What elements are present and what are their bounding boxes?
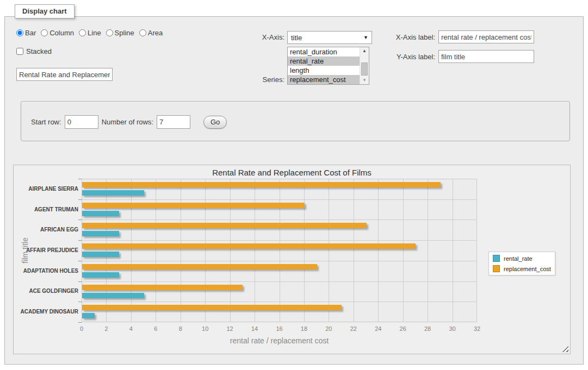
stacked-checkbox[interactable] xyxy=(16,48,23,55)
bar-replacement_cost[interactable] xyxy=(82,305,342,310)
chart-type-option-area[interactable]: Area xyxy=(139,29,163,37)
chart-type-label: Column xyxy=(49,29,74,37)
series-option-rental_duration[interactable]: rental_duration xyxy=(288,47,360,57)
gridline-vertical xyxy=(403,179,404,322)
series-option-replacement_cost[interactable]: replacement_cost xyxy=(288,75,360,84)
bar-replacement_cost[interactable] xyxy=(82,243,416,249)
stacked-option[interactable]: Stacked xyxy=(16,47,52,55)
bar-rental_rate[interactable] xyxy=(82,272,119,278)
chart-type-radio-group: BarColumnLineSplineArea xyxy=(16,29,163,37)
x-tick-label: 10 xyxy=(196,325,214,332)
bar-rental_rate[interactable] xyxy=(82,190,144,196)
y-tick-mark xyxy=(78,199,82,200)
num-rows-label: Number of rows: xyxy=(102,118,153,126)
x-tick-label: 32 xyxy=(468,325,486,332)
bar-replacement_cost[interactable] xyxy=(82,203,305,208)
chart-type-label: Spline xyxy=(115,29,134,37)
legend-item-rental_rate: rental_rate xyxy=(493,255,551,262)
bar-rental_rate[interactable] xyxy=(82,211,119,216)
gridline-horizontal xyxy=(82,199,477,200)
x-axis-select-label: X-Axis: xyxy=(233,33,284,41)
bar-replacement_cost[interactable] xyxy=(82,285,243,290)
chart-type-radio-column[interactable] xyxy=(41,29,48,36)
chart-type-label: Bar xyxy=(25,29,36,37)
x-tick-label: 14 xyxy=(245,325,264,332)
num-rows-input[interactable] xyxy=(157,115,190,129)
x-tick-label: 20 xyxy=(319,325,338,332)
legend-swatch xyxy=(493,265,500,272)
gridline-vertical xyxy=(106,179,107,322)
x-tick-label: 2 xyxy=(97,325,115,332)
bar-rental_rate[interactable] xyxy=(82,293,144,298)
gridline-horizontal xyxy=(82,220,477,220)
y-tick-mark xyxy=(78,322,82,323)
series-option-length[interactable]: length xyxy=(288,66,360,75)
x-tick-label: 30 xyxy=(443,325,462,332)
chart-type-radio-line[interactable] xyxy=(79,29,86,36)
y-axis-title-text: film title xyxy=(21,237,29,263)
gridline-vertical xyxy=(354,179,354,322)
series-option-rental_rate[interactable]: rental_rate xyxy=(288,57,360,66)
bar-replacement_cost[interactable] xyxy=(82,182,441,187)
chart-type-radio-area[interactable] xyxy=(139,29,146,36)
start-row-input[interactable] xyxy=(65,115,98,129)
x-axis-selected-value: title xyxy=(291,34,363,42)
gridline-horizontal xyxy=(82,302,477,302)
gridline-vertical xyxy=(181,179,181,322)
y-tick-mark xyxy=(78,261,82,261)
x-tick-label: 26 xyxy=(394,325,412,332)
chart-title-input[interactable] xyxy=(16,68,113,81)
chart-type-option-spline[interactable]: Spline xyxy=(106,29,134,37)
bar-rental_rate[interactable] xyxy=(82,313,95,318)
x-tick-label: 4 xyxy=(122,325,140,332)
gridline-horizontal xyxy=(82,281,477,282)
resize-handle-icon[interactable] xyxy=(562,346,568,352)
x-axis-select[interactable]: title ▼ xyxy=(287,31,372,44)
chart-type-option-line[interactable]: Line xyxy=(79,29,101,37)
chart-type-option-bar[interactable]: Bar xyxy=(16,29,36,37)
chart-type-radio-spline[interactable] xyxy=(106,29,113,36)
gridline-horizontal xyxy=(82,261,477,261)
listbox-scrollbar[interactable]: ▲ ▼ xyxy=(360,47,369,84)
gridline-vertical xyxy=(378,179,379,322)
x-tick-label: 28 xyxy=(418,325,437,332)
bar-rental_rate[interactable] xyxy=(82,231,119,236)
y-axis-title: film title xyxy=(17,179,33,322)
gridline-vertical xyxy=(329,179,329,322)
gridline-vertical xyxy=(205,179,206,322)
bar-replacement_cost[interactable] xyxy=(82,264,317,269)
y-tick-mark xyxy=(78,302,82,302)
y-tick-mark xyxy=(78,220,82,220)
gridline-vertical xyxy=(131,179,132,322)
series-options: rental_durationrental_ratelengthreplacem… xyxy=(288,47,360,84)
go-button[interactable]: Go xyxy=(203,116,227,129)
legend-label: replacement_cost xyxy=(504,266,551,272)
chart-type-option-column[interactable]: Column xyxy=(41,29,74,37)
series-multiselect[interactable]: rental_durationrental_ratelengthreplacem… xyxy=(287,47,369,85)
bar-rental_rate[interactable] xyxy=(82,252,119,257)
chart-area: Rental Rate and Replacement Cost of Film… xyxy=(13,165,571,354)
y-axis-label-label: Y-Axis label: xyxy=(375,53,435,61)
x-axis-label-input[interactable] xyxy=(438,30,534,43)
stacked-label: Stacked xyxy=(26,47,52,55)
fieldset-title: Display chart xyxy=(15,4,75,18)
x-axis-title: rental rate / replacement cost xyxy=(82,336,477,345)
scrollbar-thumb[interactable] xyxy=(361,62,368,76)
y-tick-mark xyxy=(78,240,82,241)
start-row-label: Start row: xyxy=(31,118,61,126)
page: Display chart BarColumnLineSplineArea St… xyxy=(0,0,588,370)
scroll-down-icon[interactable]: ▼ xyxy=(360,77,369,84)
legend-swatch xyxy=(493,255,500,262)
bar-replacement_cost[interactable] xyxy=(82,223,367,228)
y-tick-mark xyxy=(78,179,82,179)
x-axis-label-label: X-Axis label: xyxy=(375,33,435,41)
x-tick-label: 12 xyxy=(221,325,239,332)
y-axis-label-input[interactable] xyxy=(438,50,534,63)
x-tick-label: 24 xyxy=(369,325,387,332)
chart-type-label: Area xyxy=(148,29,163,37)
scroll-up-icon[interactable]: ▲ xyxy=(360,47,369,55)
gridline-horizontal xyxy=(82,240,477,241)
x-tick-label: 18 xyxy=(295,325,313,332)
chart-type-radio-bar[interactable] xyxy=(16,29,23,36)
gridline-vertical xyxy=(280,179,280,322)
